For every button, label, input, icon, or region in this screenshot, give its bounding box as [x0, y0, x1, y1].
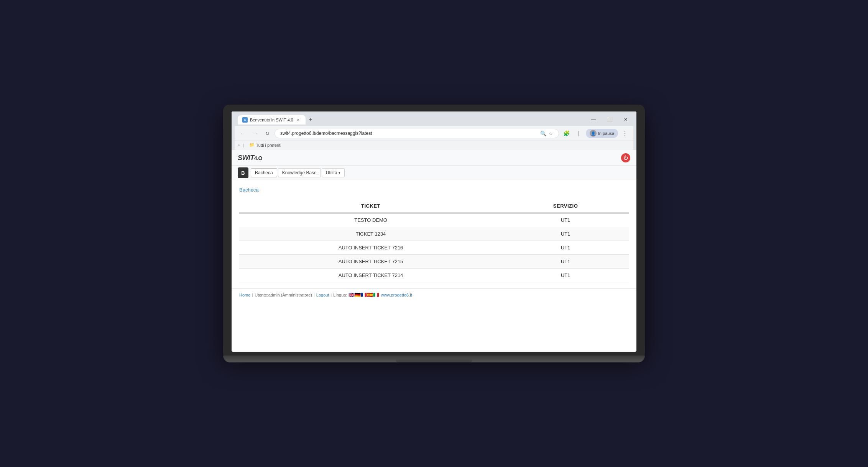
nav-item-bacheca[interactable]: Bacheca	[251, 168, 277, 177]
cell-ticket: TESTO DEMO	[239, 213, 502, 227]
breadcrumb-link[interactable]: Bacheca	[239, 187, 259, 193]
cell-service: UT1	[502, 255, 629, 269]
cell-service: UT1	[502, 269, 629, 282]
app-nav: B Bacheca Knowledge Base Utilità ▾	[232, 166, 636, 180]
footer-sep3: |	[331, 293, 332, 297]
logo-swit: SWiT	[238, 154, 254, 162]
chrome-top-bar: 6 Benvenuto in SWIT 4.0 ✕ + — ⬜	[232, 111, 636, 150]
flag-icon[interactable]: 🇮🇹	[373, 292, 379, 298]
footer-sep1: |	[252, 293, 253, 297]
cell-service: UT1	[502, 213, 629, 227]
profile-label: In pausa	[598, 131, 614, 136]
app-footer: Home | Utente:admin (Amministratore) | L…	[232, 288, 636, 301]
tab-title: Benvenuto in SWIT 4.0	[250, 118, 293, 122]
logo-version: 4.O	[254, 155, 262, 161]
cell-ticket: TICKET 1234	[239, 227, 502, 241]
search-icon: 🔍	[540, 131, 546, 136]
chrome-toolbar: ← → ↻ swit4.progetto6.it/demo/bacmessagg…	[235, 126, 633, 141]
nav-logo-badge: B	[238, 167, 248, 178]
chrome-tab-active[interactable]: 6 Benvenuto in SWIT 4.0 ✕	[238, 115, 306, 125]
url-display: swit4.progetto6.it/demo/bacmessaggis?lat…	[280, 131, 538, 136]
folder-icon: 📁	[249, 143, 255, 147]
laptop-container: 6 Benvenuto in SWIT 4.0 ✕ + — ⬜	[223, 105, 645, 362]
table-row[interactable]: TESTO DEMOUT1	[239, 213, 629, 227]
bookmarks-folder-button[interactable]: 📁 Tutti i preferiti	[247, 142, 283, 148]
footer-sep2: |	[314, 293, 315, 297]
forward-button[interactable]: →	[250, 128, 260, 138]
maximize-button[interactable]: ⬜	[602, 115, 617, 125]
close-button[interactable]: ✕	[618, 115, 633, 125]
nav-item-utilita[interactable]: Utilità ▾	[322, 168, 345, 177]
back-button[interactable]: ←	[238, 128, 248, 138]
laptop-screen: 6 Benvenuto in SWIT 4.0 ✕ + — ⬜	[232, 111, 636, 352]
app-content: SWiT4.O ⏻ B Bacheca Knowledge Base	[232, 150, 636, 352]
divider: |	[574, 128, 584, 139]
new-tab-button[interactable]: +	[306, 115, 316, 125]
main-content: Bacheca TICKET SERVIZIO TESTO DEMOUT1TIC…	[232, 180, 636, 288]
flag-icon[interactable]: 🇫🇷	[361, 292, 367, 298]
app-header: SWiT4.O ⏻	[232, 150, 636, 166]
tickets-table: TICKET SERVIZIO TESTO DEMOUT1TICKET 1234…	[239, 199, 629, 282]
footer-lingua-label: Lingua:	[333, 293, 347, 297]
table-row[interactable]: AUTO INSERT TICKET 7215UT1	[239, 255, 629, 269]
power-button[interactable]: ⏻	[621, 153, 630, 162]
chrome-toolbar-right: 🧩 | 👤 In pausa ⋮	[561, 128, 630, 139]
profile-button[interactable]: 👤 In pausa	[586, 129, 618, 138]
address-bar-icons: 🔍 ☆	[540, 131, 553, 136]
tab-close-button[interactable]: ✕	[296, 117, 301, 123]
cell-ticket: AUTO INSERT TICKET 7216	[239, 241, 502, 255]
flag-icon[interactable]: 🇬🇧	[349, 292, 355, 298]
extensions-icon[interactable]: 🧩	[561, 128, 572, 139]
address-bar[interactable]: swit4.progetto6.it/demo/bacmessaggis?lat…	[275, 129, 559, 138]
footer-flags: 🇬🇧🇩🇪🇫🇷🇪🇸🇮🇹	[349, 292, 379, 298]
footer-site-link[interactable]: www.progetto6.it	[381, 293, 412, 297]
chrome-menu-button[interactable]: ⋮	[620, 128, 630, 139]
table-row[interactable]: AUTO INSERT TICKET 7216UT1	[239, 241, 629, 255]
cell-service: UT1	[502, 227, 629, 241]
bookmarks-bar: » | 📁 Tutti i preferiti	[235, 141, 633, 150]
bookmark-star-icon[interactable]: ☆	[549, 131, 553, 136]
flag-icon[interactable]: 🇪🇸	[367, 292, 373, 298]
cell-ticket: AUTO INSERT TICKET 7214	[239, 269, 502, 282]
chrome-title-bar: 6 Benvenuto in SWIT 4.0 ✕ + — ⬜	[235, 115, 633, 125]
power-icon: ⏻	[623, 155, 628, 161]
chrome-window: 6 Benvenuto in SWIT 4.0 ✕ + — ⬜	[232, 111, 636, 352]
screen-bezel: 6 Benvenuto in SWIT 4.0 ✕ + — ⬜	[223, 105, 645, 356]
footer-home-link[interactable]: Home	[239, 293, 250, 297]
laptop-base	[223, 356, 645, 362]
dropdown-arrow-icon: ▾	[339, 171, 340, 175]
table-row[interactable]: TICKET 1234UT1	[239, 227, 629, 241]
nav-item-knowledge-base[interactable]: Knowledge Base	[278, 168, 321, 177]
avatar: 👤	[590, 130, 597, 137]
col-header-ticket: TICKET	[239, 199, 502, 213]
tab-favicon: 6	[242, 117, 248, 123]
flag-icon[interactable]: 🇩🇪	[355, 292, 361, 298]
footer-user: Utente:admin (Amministratore)	[255, 293, 312, 297]
reload-button[interactable]: ↻	[262, 128, 272, 138]
footer-logout-link[interactable]: Logout	[316, 293, 329, 297]
col-header-service: SERVIZIO	[502, 199, 629, 213]
bookmarks-separator: |	[243, 143, 244, 147]
app-logo: SWiT4.O	[238, 154, 262, 162]
cell-service: UT1	[502, 241, 629, 255]
chrome-tabs: 6 Benvenuto in SWIT 4.0 ✕ +	[238, 115, 586, 125]
breadcrumb: Bacheca	[239, 186, 629, 193]
bookmarks-label: Tutti i preferiti	[256, 143, 281, 147]
window-control-buttons: — ⬜ ✕	[586, 115, 633, 125]
bookmarks-bar-divider: »	[238, 143, 240, 147]
cell-ticket: AUTO INSERT TICKET 7215	[239, 255, 502, 269]
minimize-button[interactable]: —	[586, 115, 601, 125]
table-row[interactable]: AUTO INSERT TICKET 7214UT1	[239, 269, 629, 282]
